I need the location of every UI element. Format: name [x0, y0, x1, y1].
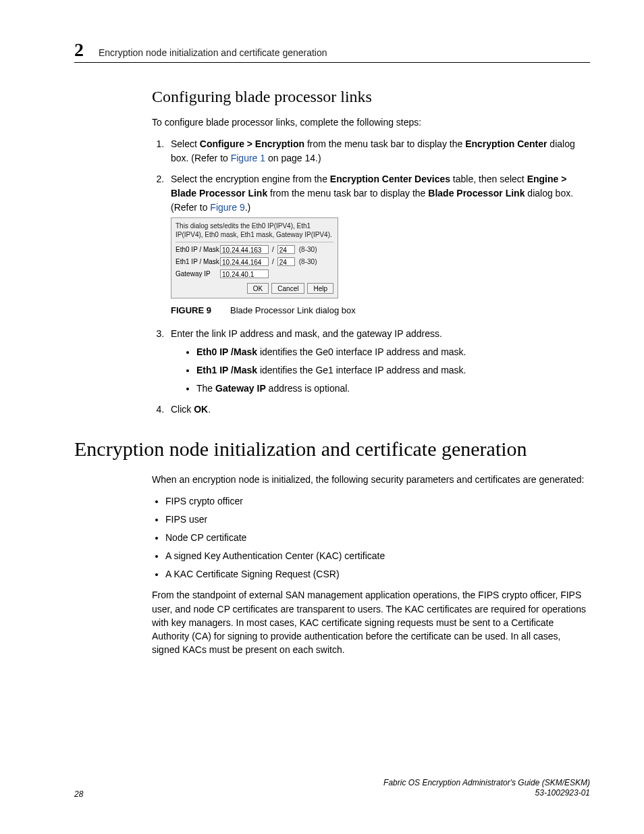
dialog-name: Encryption Center — [465, 138, 547, 149]
blade-processor-link-dialog: This dialog sets/edits the Eth0 IP(IPV4)… — [171, 217, 338, 298]
steps-list: Select Configure > Encryption from the m… — [152, 137, 590, 417]
text: . — [208, 404, 211, 415]
eth1-ip-input[interactable]: 10.24.44.164 — [220, 257, 269, 266]
h1-encryption-node-init: Encryption node initialization and certi… — [74, 438, 590, 461]
cancel-button[interactable]: Cancel — [271, 283, 304, 294]
text: Enter the link IP address and mask, and … — [171, 328, 442, 339]
page-number: 28 — [74, 789, 83, 799]
section2-bullets: FIPS crypto officer FIPS user Node CP ce… — [152, 494, 590, 581]
chapter-number: 2 — [74, 39, 84, 61]
step-4: Click OK. — [167, 402, 590, 417]
text: identifies the Ge1 interface IP address … — [257, 365, 466, 375]
bullet-kac-csr: A KAC Certificate Signing Request (CSR) — [165, 567, 590, 581]
bullet-kac-cert: A signed Key Authentication Center (KAC)… — [165, 549, 590, 563]
section-heading-configuring: Configuring blade processor links — [152, 88, 590, 106]
help-button[interactable]: Help — [307, 283, 333, 294]
step-3: Enter the link IP address and mask, and … — [167, 327, 590, 396]
bullet-fips-user: FIPS user — [165, 513, 590, 527]
mask-range: (8-30) — [299, 244, 317, 255]
text: .) — [245, 202, 251, 213]
header-rule — [74, 62, 590, 63]
section1-intro: To configure blade processor links, comp… — [152, 115, 590, 129]
eth1-label: Eth1 IP / Mask — [176, 257, 217, 267]
dialog-name: Blade Processor Link — [428, 188, 525, 199]
gateway-label: Gateway IP — [176, 269, 217, 279]
table-name: Encryption Center Devices — [330, 174, 450, 184]
mask-range: (8-30) — [299, 257, 317, 267]
step-1: Select Configure > Encryption from the m… — [167, 137, 590, 165]
row-eth1: Eth1 IP / Mask 10.24.44.164 / 24 (8-30) — [176, 257, 333, 267]
text: address is optional. — [266, 383, 350, 394]
xref-figure-9[interactable]: Figure 9 — [210, 202, 244, 213]
term: Eth1 IP /Mask — [196, 365, 257, 375]
slash: / — [271, 257, 275, 267]
body-col-2: When an encryption node is initialized, … — [152, 473, 590, 665]
text: from the menu task bar to display the — [304, 138, 465, 149]
pub-title: Fabric OS Encryption Administrator's Gui… — [383, 778, 590, 787]
page-footer: 28 Fabric OS Encryption Administrator's … — [74, 778, 590, 799]
row-eth0: Eth0 IP / Mask 10.24.44.163 / 24 (8-30) — [176, 244, 333, 255]
eth0-mask-input[interactable]: 24 — [277, 245, 295, 254]
body-col: Configuring blade processor links To con… — [152, 88, 590, 425]
eth1-mask-input[interactable]: 24 — [277, 257, 295, 266]
dialog-buttons: OK Cancel Help — [176, 283, 333, 294]
figure-label: FIGURE 9 — [171, 305, 211, 315]
publication-info: Fabric OS Encryption Administrator's Gui… — [383, 778, 590, 799]
dialog-description: This dialog sets/edits the Eth0 IP(IPV4)… — [176, 222, 333, 239]
row-gateway: Gateway IP 10.24.40.1 — [176, 269, 333, 279]
text: identifies the Ge0 interface IP address … — [257, 346, 466, 357]
section2-para2: From the standpoint of external SAN mana… — [152, 588, 590, 656]
button-name: OK — [194, 404, 208, 415]
eth0-ip-input[interactable]: 10.24.44.163 — [220, 245, 269, 254]
bullet-gateway: The Gateway IP address is optional. — [196, 382, 590, 396]
text: Select — [171, 138, 200, 149]
step3-bullets: Eth0 IP /Mask identifies the Ge0 interfa… — [171, 345, 590, 396]
pub-id: 53-1002923-01 — [535, 788, 590, 798]
figure-title: Blade Processor Link dialog box — [230, 305, 356, 315]
xref-figure-1[interactable]: Figure 1 — [231, 153, 265, 163]
bullet-fips-officer: FIPS crypto officer — [165, 494, 590, 509]
term: Gateway IP — [215, 383, 266, 394]
slash: / — [271, 244, 275, 255]
text: Click — [171, 404, 194, 415]
ok-button[interactable]: OK — [247, 283, 269, 294]
text: Select the encryption engine from the — [171, 174, 330, 184]
gateway-ip-input[interactable]: 10.24.40.1 — [220, 269, 269, 278]
text: The — [196, 383, 215, 394]
bullet-eth1: Eth1 IP /Mask identifies the Ge1 interfa… — [196, 363, 590, 377]
running-header: 2 Encryption node initialization and cer… — [74, 39, 590, 61]
bullet-eth0: Eth0 IP /Mask identifies the Ge0 interfa… — [196, 345, 590, 359]
text: on page 14.) — [265, 153, 321, 163]
bullet-node-cp: Node CP certificate — [165, 531, 590, 545]
figure-caption: FIGURE 9Blade Processor Link dialog box — [171, 304, 590, 317]
running-title: Encryption node initialization and certi… — [99, 47, 327, 58]
text: table, then select — [450, 174, 527, 184]
step-2: Select the encryption engine from the En… — [167, 172, 590, 317]
menu-path: Configure > Encryption — [200, 138, 304, 149]
eth0-label: Eth0 IP / Mask — [176, 244, 217, 255]
section2-intro: When an encryption node is initialized, … — [152, 473, 590, 486]
text: from the menu task bar to display the — [267, 188, 428, 199]
term: Eth0 IP /Mask — [196, 346, 257, 357]
